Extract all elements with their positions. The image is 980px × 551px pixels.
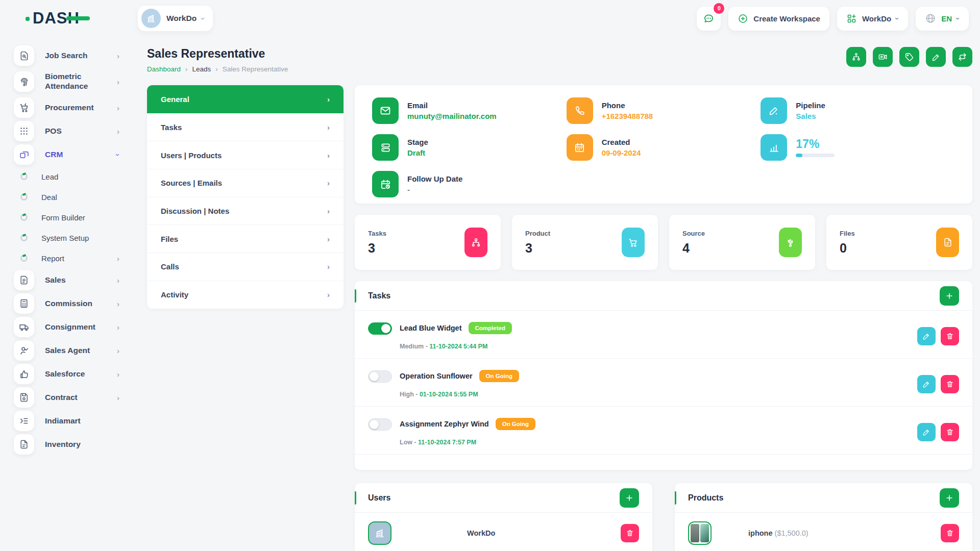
detail-label: Email <box>407 101 497 110</box>
indent-icon <box>14 411 34 431</box>
detail-email: Email munuty@mailinator.com <box>372 97 567 124</box>
delete-task-button[interactable] <box>941 375 959 393</box>
lead-stage-button[interactable] <box>846 47 866 67</box>
section-title: Tasks <box>368 291 390 300</box>
chevron-right-icon <box>327 179 330 187</box>
grid-icon <box>14 121 34 141</box>
sidebar-item-system-setup[interactable]: System Setup <box>14 228 139 248</box>
chevron-right-icon <box>117 128 119 135</box>
detail-value-created: 09-09-2024 <box>602 148 641 157</box>
chevron-right-icon <box>117 394 119 402</box>
header-actions <box>846 47 972 67</box>
sidebar-item-commission[interactable]: Commission <box>14 292 139 315</box>
task-toggle[interactable] <box>368 370 392 383</box>
delete-task-button[interactable] <box>941 423 959 441</box>
product-image <box>688 521 712 545</box>
thumbs-up-icon <box>14 364 34 384</box>
chevron-right-icon <box>117 104 119 112</box>
tab-files[interactable]: Files <box>147 224 344 253</box>
sitemap-icon <box>464 228 487 257</box>
sidebar-item-label: Procurement <box>45 103 110 113</box>
sidebar-item-indiamart[interactable]: Indiamart <box>14 409 139 433</box>
convert-to-deal-button[interactable] <box>952 47 972 67</box>
sidebar-item-report[interactable]: Report <box>14 248 139 268</box>
edit-task-button[interactable] <box>917 327 936 345</box>
sidebar-item-salesforce[interactable]: Salesforce <box>14 362 139 386</box>
task-datetime: 01-10-2024 5:55 PM <box>420 391 478 398</box>
delete-product-button[interactable] <box>941 524 959 542</box>
breadcrumb-leads[interactable]: Leads <box>192 65 211 73</box>
plus-icon <box>945 291 954 300</box>
video-camera-icon <box>878 52 888 62</box>
lead-progress-fill <box>796 154 802 157</box>
sidebar-subitem-label: Lead <box>41 172 58 181</box>
tab-calls[interactable]: Calls <box>147 253 344 281</box>
sidebar-item-biometric-attendance[interactable]: Biometric Attendance <box>14 67 139 96</box>
tab-label: General <box>161 95 189 104</box>
bar-chart-icon <box>761 134 787 161</box>
stat-value: 3 <box>525 241 550 256</box>
sidebar: Job Search Biometric Attendance Procurem… <box>0 44 139 456</box>
sidebar-item-contract[interactable]: Contract <box>14 386 139 409</box>
delete-user-button[interactable] <box>621 524 639 542</box>
chevron-right-icon <box>327 152 330 159</box>
tab-users-products[interactable]: Users | Products <box>147 141 344 169</box>
sidebar-item-procurement[interactable]: Procurement <box>14 96 139 119</box>
sidebar-item-deal[interactable]: Deal <box>14 187 139 207</box>
tasks-section: Tasks Lead Blue Widget Completed Medium … <box>355 281 972 470</box>
sidebar-item-inventory[interactable]: Inventory <box>14 433 139 456</box>
edit-task-button[interactable] <box>917 375 936 393</box>
sidebar-item-sales[interactable]: Sales <box>14 268 139 292</box>
tab-sources-emails[interactable]: Sources | Emails <box>147 169 344 197</box>
user-avatar <box>368 521 391 545</box>
detail-pipeline: Pipeline Sales <box>761 97 955 124</box>
sidebar-item-sales-agent[interactable]: Sales Agent <box>14 339 139 362</box>
language-selector[interactable]: EN <box>916 7 969 31</box>
workspace-switcher[interactable]: WorkDo <box>837 7 908 31</box>
add-task-button[interactable] <box>940 286 959 306</box>
stage-icon <box>372 134 399 161</box>
detail-label: Phone <box>602 101 653 110</box>
grid-plus-icon <box>846 13 857 24</box>
user-check-icon <box>14 340 34 361</box>
sidebar-item-form-builder[interactable]: Form Builder <box>14 207 139 228</box>
breadcrumb-separator <box>215 65 218 73</box>
add-user-button[interactable] <box>620 488 639 508</box>
language-label: EN <box>941 14 952 23</box>
floppy-icon <box>14 387 34 408</box>
calendar-clock-icon <box>372 171 399 197</box>
sidebar-item-lead[interactable]: Lead <box>14 166 139 187</box>
tab-general[interactable]: General <box>147 85 344 113</box>
workspace-pill[interactable]: WorkDo <box>138 6 213 31</box>
bullet-icon <box>20 214 28 221</box>
tab-label: Calls <box>161 262 179 271</box>
tab-tasks[interactable]: Tasks <box>147 113 344 141</box>
messages-button[interactable]: 0 <box>697 7 721 31</box>
tab-discussion-notes[interactable]: Discussion | Notes <box>147 197 344 225</box>
app-logo: DASH <box>0 9 138 28</box>
chevron-right-icon <box>117 370 119 378</box>
edit-task-button[interactable] <box>917 423 936 441</box>
task-toggle[interactable] <box>368 418 392 431</box>
messages-badge: 0 <box>714 3 724 14</box>
add-product-button[interactable] <box>940 488 959 508</box>
tag-icon <box>904 52 914 62</box>
sidebar-item-pos[interactable]: POS <box>14 119 139 143</box>
tab-label: Tasks <box>161 123 182 132</box>
delete-task-button[interactable] <box>941 327 959 345</box>
sidebar-item-consignment[interactable]: Consignment <box>14 315 139 339</box>
task-toggle[interactable] <box>368 322 392 335</box>
labels-button[interactable] <box>899 47 919 67</box>
sidebar-item-job-search[interactable]: Job Search <box>14 44 139 67</box>
users-header: Users <box>355 483 652 513</box>
meeting-button[interactable] <box>873 47 893 67</box>
toggle-knob <box>370 372 379 381</box>
sidebar-item-crm[interactable]: CRM <box>14 143 139 166</box>
lead-progress-percent: 17% <box>796 138 835 150</box>
workspace-name: WorkDo <box>166 14 197 23</box>
tab-activity[interactable]: Activity <box>147 281 344 309</box>
workspace-avatar <box>141 9 161 28</box>
breadcrumb-dashboard[interactable]: Dashboard <box>147 65 181 73</box>
create-workspace-button[interactable]: Create Workspace <box>728 7 829 31</box>
edit-lead-button[interactable] <box>926 47 946 67</box>
